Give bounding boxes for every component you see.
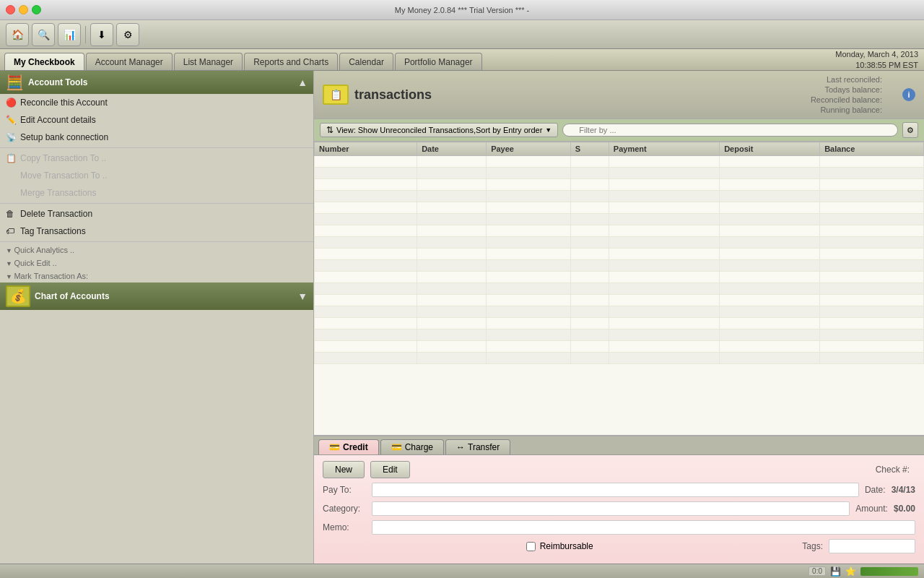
tab-list-manager[interactable]: List Manager xyxy=(174,53,243,70)
check-num-field: Check #: xyxy=(876,465,915,475)
table-row[interactable] xyxy=(315,341,924,353)
transactions-table[interactable]: Number Date Payee S Payment Deposit Bala… xyxy=(314,142,924,435)
chart-button[interactable]: 📊 xyxy=(58,23,81,46)
merge-transactions-item: Merge Transactions xyxy=(0,184,313,202)
transactions-header: 📋 transactions Last reconciled: Todays b… xyxy=(314,71,924,119)
table-row[interactable] xyxy=(315,237,924,249)
table-row[interactable] xyxy=(315,179,924,191)
quick-edit-section[interactable]: Quick Edit .. xyxy=(0,256,313,269)
account-tools-collapse-icon[interactable]: ▲ xyxy=(297,77,308,88)
setup-bank-item[interactable]: 📡 Setup bank connection xyxy=(0,129,313,146)
memo-input[interactable] xyxy=(372,520,915,535)
divider-1 xyxy=(0,147,313,148)
col-deposit[interactable]: Deposit xyxy=(720,142,820,156)
charge-icon: 💳 xyxy=(391,442,402,452)
table-row[interactable] xyxy=(315,318,924,329)
table-row[interactable] xyxy=(315,329,924,341)
status-icon-star[interactable]: ⭐ xyxy=(845,566,856,577)
bank-connection-icon: 📡 xyxy=(6,132,17,142)
table-row[interactable] xyxy=(315,225,924,237)
home-button[interactable]: 🏠 xyxy=(6,23,29,46)
table-row[interactable] xyxy=(315,283,924,295)
tags-field: Tags: xyxy=(802,539,915,553)
new-edit-row: New Edit Check #: xyxy=(323,461,915,478)
tab-credit[interactable]: 💳 Credit xyxy=(318,439,379,454)
col-balance[interactable]: Balance xyxy=(820,142,924,156)
reconcile-account-item[interactable]: 🔴 Reconcile this Account xyxy=(0,94,313,111)
view-selector-chevron: ▼ xyxy=(545,126,552,134)
transactions-body xyxy=(315,156,924,364)
table-row[interactable] xyxy=(315,260,924,272)
quick-analytics-section[interactable]: Quick Analytics .. xyxy=(0,243,313,256)
tag-transactions-item[interactable]: 🏷 Tag Transactions xyxy=(0,223,313,240)
table-row[interactable] xyxy=(315,353,924,364)
tag-icon: 🏷 xyxy=(6,226,14,236)
tags-input[interactable] xyxy=(829,539,915,553)
new-button[interactable]: New xyxy=(323,461,365,478)
edit-button[interactable]: Edit xyxy=(370,461,410,478)
date-label: Date: xyxy=(865,485,886,495)
view-selector-label: View: Show Unreconciled Transactions,Sor… xyxy=(336,126,542,134)
download-button[interactable]: ⬇ xyxy=(90,23,113,46)
copy-icon: 📋 xyxy=(6,153,17,163)
tab-calendar[interactable]: Calendar xyxy=(339,53,393,70)
filter-input[interactable] xyxy=(562,124,898,137)
table-row[interactable] xyxy=(315,249,924,260)
tab-reports-charts[interactable]: Reports and Charts xyxy=(244,53,338,70)
move-transaction-item: Move Transaction To .. xyxy=(0,167,313,184)
col-payee[interactable]: Payee xyxy=(487,142,571,156)
mark-transaction-section[interactable]: Mark Transaction As: xyxy=(0,269,313,282)
close-button[interactable] xyxy=(6,5,15,14)
pay-to-input[interactable] xyxy=(372,483,859,497)
memo-label: Memo: xyxy=(323,522,366,532)
todays-balance-label: Todays balance: xyxy=(811,85,882,94)
search-button[interactable]: 🔍 xyxy=(32,23,55,46)
info-icon[interactable]: i xyxy=(902,88,915,101)
tab-charge[interactable]: 💳 Charge xyxy=(380,439,444,454)
check-num-label: Check #: xyxy=(876,465,910,475)
filter-bar: ⇅ View: Show Unreconciled Transactions,S… xyxy=(314,119,924,142)
col-s[interactable]: S xyxy=(570,142,609,156)
delete-transaction-item[interactable]: 🗑 Delete Transaction xyxy=(0,205,313,223)
running-balance-label: Running balance: xyxy=(811,105,882,114)
table-row[interactable] xyxy=(315,156,924,168)
table-row[interactable] xyxy=(315,306,924,318)
table-row[interactable] xyxy=(315,202,924,214)
filter-options-button[interactable]: ⚙ xyxy=(902,122,918,138)
minimize-button[interactable] xyxy=(19,5,28,14)
status-bar-indicator xyxy=(860,567,918,576)
tab-account-manager[interactable]: Account Manager xyxy=(86,53,173,70)
table-row[interactable] xyxy=(315,272,924,283)
settings-button[interactable]: ⚙ xyxy=(116,23,139,46)
memo-row: Memo: xyxy=(323,520,915,535)
col-date[interactable]: Date xyxy=(417,142,487,156)
table-row[interactable] xyxy=(315,214,924,225)
reimbursable-checkbox[interactable] xyxy=(526,542,536,551)
pay-to-label: Pay To: xyxy=(323,485,366,495)
col-payment[interactable]: Payment xyxy=(609,142,719,156)
credit-icon: 💳 xyxy=(329,442,340,452)
category-input[interactable] xyxy=(372,501,850,516)
col-number[interactable]: Number xyxy=(315,142,417,156)
status-icon-save[interactable]: 💾 xyxy=(830,566,841,577)
tab-my-checkbook[interactable]: My Checkbook xyxy=(4,53,84,70)
transactions-icon: 📋 xyxy=(323,85,349,105)
chart-of-accounts-header: 💰 Chart of Accounts ▼ xyxy=(0,282,313,310)
table-row[interactable] xyxy=(315,295,924,306)
table-row[interactable] xyxy=(315,168,924,179)
account-tools-header: 🧮 Account Tools ▲ xyxy=(0,71,313,94)
maximize-button[interactable] xyxy=(32,5,41,14)
chart-accounts-expand-icon[interactable]: ▼ xyxy=(297,290,308,302)
transfer-icon: ↔ xyxy=(456,442,465,452)
toolbar: 🏠 🔍 📊 ⬇ ⚙ xyxy=(0,20,924,49)
edit-account-item[interactable]: ✏️ Edit Account details xyxy=(0,111,313,129)
date-value: 3/4/13 xyxy=(892,485,915,495)
tab-portfolio-manager[interactable]: Portfolio Manager xyxy=(395,53,482,70)
copy-transaction-item: 📋 Copy Transaction To .. xyxy=(0,150,313,167)
entry-tabs: 💳 Credit 💳 Charge ↔ Transfer xyxy=(314,436,924,455)
table-row[interactable] xyxy=(315,191,924,202)
divider-2 xyxy=(0,203,313,204)
view-selector[interactable]: ⇅ View: Show Unreconciled Transactions,S… xyxy=(320,123,558,137)
tab-transfer[interactable]: ↔ Transfer xyxy=(445,439,510,454)
datetime: Monday, March 4, 2013 10:38:55 PM EST xyxy=(835,49,918,72)
